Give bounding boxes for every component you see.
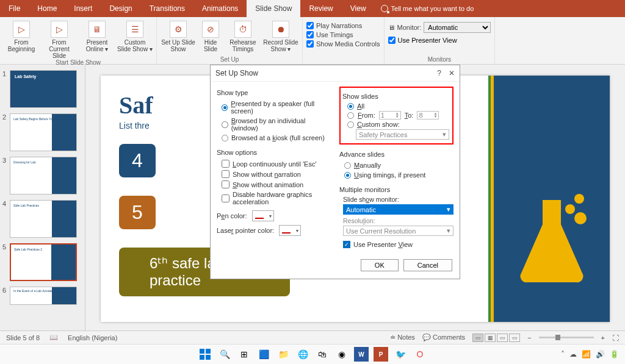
svg-point-1 (574, 194, 584, 204)
battery-icon[interactable]: 🔋 (610, 350, 619, 359)
thumbnail-4[interactable]: Safe Lab Practices (10, 200, 77, 238)
tab-slideshow[interactable]: Slide Show (247, 0, 300, 17)
slide-counter: Slide 5 of 8 (6, 334, 40, 341)
radio-all[interactable]: All (347, 102, 449, 110)
start-icon[interactable] (198, 347, 212, 362)
notes-button[interactable]: ≐ Notes (390, 334, 415, 341)
disable-hw-check[interactable]: Disable hardware graphics acceleration (222, 191, 331, 205)
show-media-check[interactable]: Show Media Controls (306, 40, 380, 48)
zoom-out-icon[interactable]: − (527, 334, 531, 341)
radio-manually[interactable]: Manually (344, 162, 453, 169)
present-online-button[interactable]: 🖥Present Online ▾ (79, 20, 115, 59)
app-icon[interactable]: 🐦 (393, 347, 408, 362)
from-current-button[interactable]: ▷From Current Slide (42, 20, 77, 59)
no-animation-check[interactable]: Show without animation (222, 180, 331, 188)
thumbnail-3[interactable]: Dressing for Lab (10, 157, 77, 194)
record-button[interactable]: ⏺Record Slide Show ▾ (263, 20, 298, 52)
cancel-button[interactable]: Cancel (403, 259, 452, 271)
powerpoint-icon[interactable]: P (374, 347, 388, 362)
system-tray[interactable]: ˄ ☁ 📶 🔊 🔋 (561, 350, 619, 359)
tab-view[interactable]: View (342, 0, 375, 17)
no-narration-check[interactable]: Show without narration (222, 170, 331, 178)
reading-view-icon[interactable]: ▭ (497, 334, 508, 342)
search-icon[interactable]: 🔍 (217, 347, 232, 362)
close-icon[interactable]: ✕ (449, 69, 455, 77)
tab-file[interactable]: File (0, 0, 29, 17)
tab-insert[interactable]: Insert (65, 0, 101, 17)
laser-color-label: Laser pointer color: (217, 227, 274, 234)
resolution-label: Resolution: (343, 217, 453, 224)
radio-browsed-kiosk[interactable]: Browsed at a kiosk (full screen) (222, 134, 331, 141)
custom-slideshow-button[interactable]: ☰Custom Slide Show ▾ (117, 20, 153, 59)
radio-custom-show[interactable]: Custom show: (347, 121, 449, 128)
from-spinner[interactable]: ▲▼ (379, 111, 401, 120)
rehearse-button[interactable]: ⏱Rehearse Timings (225, 20, 261, 52)
monitor-select[interactable]: Automatic (424, 22, 491, 33)
normal-view-icon[interactable]: ▭ (472, 334, 483, 342)
slide-monitor-dropdown[interactable]: Automatic▾ (343, 204, 453, 215)
slideshow-view-icon[interactable]: ▭ (509, 334, 520, 342)
group-monitors-label: Monitors (428, 56, 451, 63)
radio-presented[interactable]: Presented by a speaker (full screen) (222, 100, 331, 115)
thumbnail-6[interactable]: In the Event of a Lab Accident… (10, 287, 77, 305)
group-setup-label: Set Up (220, 56, 239, 63)
show-type-label: Show type (217, 89, 331, 96)
ok-button[interactable]: OK (361, 259, 399, 271)
opera-icon[interactable]: O (413, 347, 427, 362)
explorer-icon[interactable]: 📁 (276, 347, 291, 362)
volume-icon[interactable]: 🔊 (596, 350, 605, 359)
help-icon[interactable]: ? (437, 69, 441, 77)
to-spinner[interactable]: ▲▼ (417, 111, 439, 120)
tell-me-search[interactable]: Tell me what you want to do (375, 0, 480, 17)
thumbnail-5[interactable]: Safe Lab Practices 2 (10, 243, 77, 281)
thumbnail-1[interactable]: Lab Safety (10, 70, 77, 108)
custom-show-dropdown[interactable]: Safety Practices▾ (356, 129, 449, 140)
loop-check[interactable]: Loop continuously until 'Esc' (222, 160, 331, 168)
hide-slide-button[interactable]: ⊘Hide Slide (198, 20, 223, 52)
status-bar: Slide 5 of 8 📖 English (Nigeria) ≐ Notes… (0, 330, 625, 344)
svg-point-0 (565, 204, 575, 214)
setup-slideshow-button[interactable]: ⚙Set Up Slide Show (161, 20, 196, 52)
tab-home[interactable]: Home (29, 0, 65, 17)
radio-from[interactable]: From: ▲▼ To: ▲▼ (347, 111, 449, 120)
show-options-label: Show options (217, 149, 331, 156)
spellcheck-icon[interactable]: 📖 (49, 334, 58, 341)
use-presenter-check[interactable]: ✓Use Presenter View (343, 241, 453, 248)
zoom-slider[interactable] (539, 337, 594, 338)
task-view-icon[interactable]: ⊞ (237, 347, 251, 362)
store-icon[interactable]: 🛍 (315, 347, 330, 362)
radio-using-timings[interactable]: Using timings, if present (344, 171, 453, 179)
svg-rect-6 (206, 355, 211, 360)
language-label[interactable]: English (Nigeria) (68, 334, 117, 341)
tab-transitions[interactable]: Transitions (141, 0, 193, 17)
pen-color-picker[interactable] (252, 210, 274, 221)
chrome-icon[interactable]: ◉ (334, 347, 349, 362)
zoom-in-icon[interactable]: + (601, 334, 605, 341)
monitor-icon: 🖥 (388, 24, 395, 31)
laser-color-picker[interactable] (279, 225, 301, 236)
presenter-view-check[interactable]: Use Presenter View (388, 37, 491, 44)
fit-icon[interactable]: ⛶ (612, 334, 619, 341)
edge-icon[interactable]: 🌐 (295, 347, 310, 362)
play-narrations-check[interactable]: Play Narrations (306, 22, 380, 29)
word-icon[interactable]: W (354, 347, 369, 362)
use-timings-check[interactable]: Use Timings (306, 31, 380, 38)
view-buttons: ▭ ▦ ▭ ▭ (472, 334, 520, 342)
radio-browsed-individual[interactable]: Browsed by an individual (window) (222, 117, 331, 132)
thumbnail-panel[interactable]: 1Lab Safety 2Lab Safety Begins Before Yo… (0, 65, 85, 333)
sorter-view-icon[interactable]: ▦ (485, 334, 496, 342)
ribbon: ▷From Beginning ▷From Current Slide 🖥Pre… (0, 17, 625, 65)
resolution-dropdown[interactable]: Use Current Resolution▾ (343, 226, 453, 236)
chevron-up-icon[interactable]: ˄ (561, 350, 565, 359)
tab-animations[interactable]: Animations (193, 0, 247, 17)
tab-review[interactable]: Review (300, 0, 341, 17)
cloud-icon[interactable]: ☁ (569, 350, 577, 359)
comments-button[interactable]: 💬 Comments (422, 334, 465, 341)
thumbnail-2[interactable]: Lab Safety Begins Before You Go to the L… (10, 113, 77, 151)
from-beginning-button[interactable]: ▷From Beginning (4, 20, 39, 59)
wifi-icon[interactable]: 📶 (582, 350, 591, 359)
multi-monitors-label: Multiple monitors (339, 186, 453, 193)
tab-design[interactable]: Design (101, 0, 140, 17)
tell-me-label: Tell me what you want to do (391, 5, 474, 12)
widgets-icon[interactable]: 🟦 (256, 347, 271, 362)
